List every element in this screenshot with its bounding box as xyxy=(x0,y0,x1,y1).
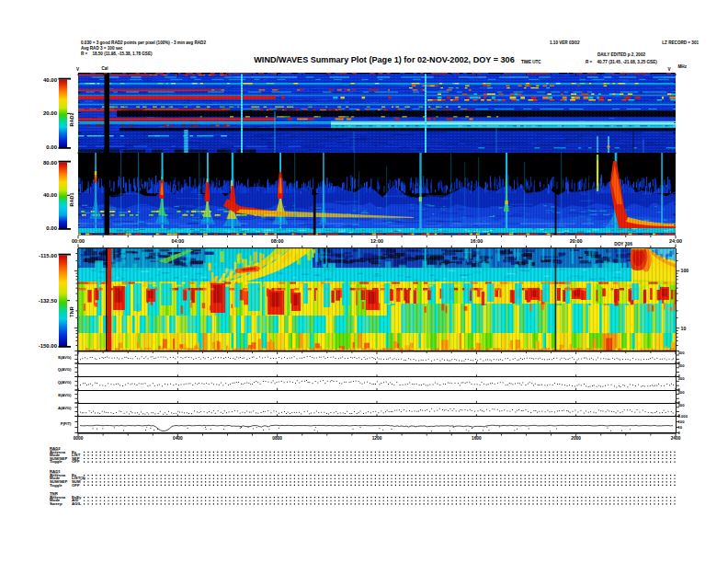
svg-text:-132.50: -132.50 xyxy=(39,298,58,304)
svg-text:TIME UTC: TIME UTC xyxy=(521,60,541,64)
svg-text:300: 300 xyxy=(678,350,686,355)
svg-text:40.00: 40.00 xyxy=(43,77,58,83)
svg-text:1600: 1600 xyxy=(472,436,482,441)
svg-text:0.000: 0.000 xyxy=(678,414,688,419)
svg-text:100: 100 xyxy=(681,268,689,273)
svg-text:0.00: 0.00 xyxy=(46,225,57,231)
svg-text:0.00: 0.00 xyxy=(46,144,57,150)
svg-text:300: 300 xyxy=(678,390,686,395)
svg-text:16:00: 16:00 xyxy=(470,238,483,244)
svg-text:0400: 0400 xyxy=(173,436,183,441)
svg-text:RAD1: RAD1 xyxy=(69,193,74,207)
svg-text:V: V xyxy=(667,67,671,72)
svg-text:20.00: 20.00 xyxy=(43,110,58,116)
svg-text:Sweep: Sweep xyxy=(50,501,63,506)
svg-text:24:00: 24:00 xyxy=(669,238,682,244)
svg-text:2000: 2000 xyxy=(571,436,581,441)
svg-text:TNR: TNR xyxy=(69,306,74,316)
svg-text:00:00: 00:00 xyxy=(72,238,85,244)
svg-text:Cal: Cal xyxy=(101,66,108,71)
svg-text:80.00: 80.00 xyxy=(43,160,58,166)
svg-text:A(AVG): A(AVG) xyxy=(58,406,72,410)
svg-text:RAD2: RAD2 xyxy=(69,113,74,127)
svg-text:-150.00: -150.00 xyxy=(39,343,58,349)
svg-text:OFF: OFF xyxy=(72,483,80,488)
svg-text:10: 10 xyxy=(678,425,683,430)
svg-text:2400: 2400 xyxy=(671,436,681,441)
svg-text:DAILY EDITED p 2, 2002: DAILY EDITED p 2, 2002 xyxy=(597,52,646,57)
svg-text:0800: 0800 xyxy=(272,436,282,441)
svg-text:12:00: 12:00 xyxy=(370,238,383,244)
svg-text:100: 100 xyxy=(678,419,686,424)
svg-text:WIND/WAVES Summary Plot (Page: WIND/WAVES Summary Plot (Page 1) for 02-… xyxy=(254,55,514,64)
svg-text:04:00: 04:00 xyxy=(171,238,184,244)
svg-text:E(AVG): E(AVG) xyxy=(58,393,72,397)
svg-text:0.030 = 3 good RAD2 points per: 0.030 = 3 good RAD2 points per pixel (10… xyxy=(81,40,206,45)
svg-text:Toggle: Toggle xyxy=(50,459,63,464)
svg-text:300: 300 xyxy=(678,363,686,368)
svg-text:V: V xyxy=(76,67,80,72)
svg-text:P(FIT): P(FIT) xyxy=(61,421,72,426)
svg-text:Avg RAD 3 = 100 sec: Avg RAD 3 = 100 sec xyxy=(81,46,123,51)
svg-text:300: 300 xyxy=(678,403,686,408)
svg-text:1.10 VER 03/02: 1.10 VER 03/02 xyxy=(550,40,580,45)
svg-text:R = 40.77 (31.45, -21.08, 3: R = 40.77 (31.45, -21.08, 3.25 GSE) xyxy=(586,60,657,64)
svg-text:AGIL: AGIL xyxy=(72,501,82,506)
svg-text:R = 18.50 (11.98, -15.38, 1: R = 18.50 (11.98, -15.38, 1.78 GSE) xyxy=(81,52,153,56)
svg-text:MHz: MHz xyxy=(678,64,688,69)
svg-text:Q(AVG): Q(AVG) xyxy=(58,380,72,385)
svg-text:0: 0 xyxy=(678,431,681,435)
svg-text:OFF: OFF xyxy=(72,459,80,464)
svg-text:LZ RECORD = 301: LZ RECORD = 301 xyxy=(662,40,699,45)
svg-text:DOY 306: DOY 306 xyxy=(614,242,632,247)
svg-text:40.00: 40.00 xyxy=(43,192,58,198)
svg-text:-115.00: -115.00 xyxy=(39,253,58,259)
svg-text:Q(AVG): Q(AVG) xyxy=(58,367,72,372)
svg-text:08:00: 08:00 xyxy=(271,238,284,244)
svg-text:E(AVG): E(AVG) xyxy=(58,355,72,360)
svg-text:20:00: 20:00 xyxy=(570,238,583,244)
svg-text:10: 10 xyxy=(681,326,687,331)
svg-text:300: 300 xyxy=(678,376,686,381)
svg-text:1200: 1200 xyxy=(372,436,382,441)
svg-text:0000: 0000 xyxy=(74,436,84,441)
svg-text:Toggle: Toggle xyxy=(50,483,63,488)
